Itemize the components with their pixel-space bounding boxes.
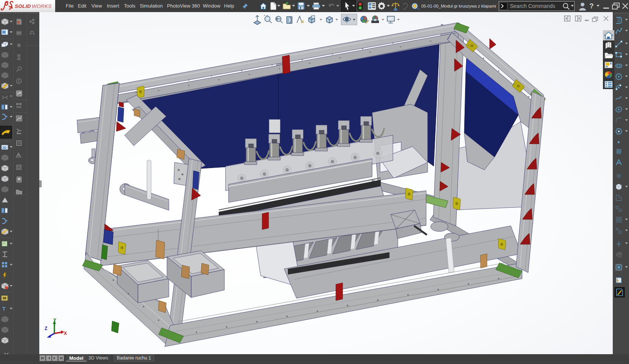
svg-text:A: A xyxy=(18,79,20,83)
svg-text:Y: Y xyxy=(53,318,56,323)
svg-text:3D: 3D xyxy=(2,146,7,150)
svg-text:Z: Z xyxy=(45,326,47,331)
svg-text:X: X xyxy=(64,331,67,336)
svg-text:WORKS: WORKS xyxy=(32,3,52,9)
svg-text:T: T xyxy=(2,306,6,312)
svg-text:SOLID: SOLID xyxy=(15,3,31,9)
